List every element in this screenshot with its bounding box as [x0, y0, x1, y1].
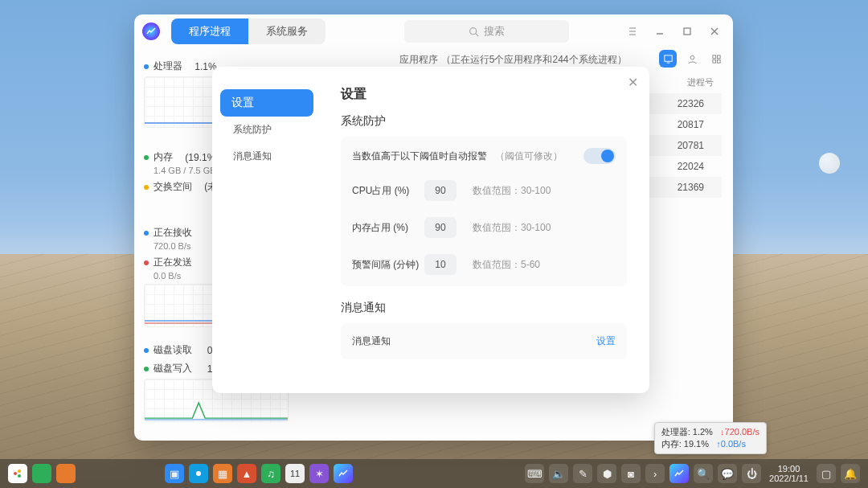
interval-range: 数值范围：5-60 — [473, 258, 540, 272]
taskbar-center-5[interactable]: ♫ — [261, 464, 280, 483]
mem-threshold-label: 内存占用 (%) — [352, 221, 424, 235]
tray-tooltip: 处理器: 1.2% ↓720.0B/s 内存: 19.1% ↑0.0B/s — [654, 422, 767, 454]
svg-point-17 — [18, 470, 21, 473]
notify-card: 消息通知 设置 — [341, 323, 627, 359]
tray-desktop-icon[interactable]: ▢ — [817, 464, 836, 483]
taskbar: ▣ ▦ ▲ ♫ 11 ✶ ⌨ 🔈 ✎ ⬢ ◙ › 🔍 💬 ⏻ 19:00 202… — [0, 459, 868, 488]
taskbar-clock[interactable]: 19:00 2022/1/11 — [766, 464, 812, 483]
search-box[interactable]: 搜索 — [404, 20, 569, 43]
view-user-icon[interactable] — [683, 50, 701, 68]
search-placeholder: 搜索 — [484, 24, 505, 39]
dot-icon — [144, 348, 149, 353]
tab-processes[interactable]: 程序进程 — [171, 18, 248, 44]
view-grid-icon[interactable] — [707, 50, 725, 68]
col-pid[interactable]: 进程号 — [687, 76, 714, 88]
net-tx-label: 正在发送 — [154, 256, 192, 269]
tray-monitor-icon[interactable] — [669, 464, 689, 483]
tray-tool-icon[interactable]: ✎ — [573, 464, 592, 483]
svg-rect-14 — [712, 59, 715, 63]
settings-cat-protection[interactable]: 系统防护 — [220, 117, 313, 143]
dot-icon — [144, 367, 149, 371]
section-notify-heading: 消息通知 — [341, 301, 627, 315]
minimize-button[interactable] — [649, 21, 670, 42]
taskbar-center-4[interactable]: ▲ — [237, 464, 256, 483]
taskbar-app-2[interactable] — [56, 464, 76, 483]
taskbar-center-7[interactable]: ✶ — [309, 464, 329, 483]
svg-point-11 — [690, 55, 694, 59]
tray-expand-icon[interactable]: › — [645, 464, 665, 483]
wallpaper-moon — [819, 153, 840, 174]
interval-label: 预警间隔 (分钟) — [352, 258, 424, 272]
clock-time: 19:00 — [769, 464, 809, 474]
svg-rect-6 — [684, 28, 690, 35]
notify-settings-link[interactable]: 设置 — [596, 334, 616, 348]
tray-camera-icon[interactable]: ◙ — [621, 464, 641, 483]
tray-notify-icon[interactable]: 🔔 — [841, 464, 860, 483]
svg-point-16 — [14, 472, 17, 475]
settings-main: ✕ 设置 系统防护 当数值高于以下阈值时自动报警 （阈值可修改） CPU占用 (… — [321, 67, 649, 393]
taskbar-center-browser[interactable] — [189, 464, 208, 483]
tray-chat-icon[interactable]: 💬 — [718, 464, 737, 483]
svg-rect-13 — [717, 55, 720, 58]
close-button[interactable] — [704, 21, 725, 42]
cpu-threshold-range: 数值范围：30-100 — [473, 184, 551, 198]
svg-point-18 — [18, 474, 21, 478]
launcher-icon[interactable] — [8, 464, 27, 483]
alarm-hint: （阈值可修改） — [495, 150, 563, 163]
settings-title: 设置 — [341, 86, 627, 103]
interval-input[interactable]: 10 — [424, 254, 457, 275]
notify-item-label: 消息通知 — [352, 334, 391, 348]
tray-volume-icon[interactable]: 🔈 — [549, 464, 568, 483]
search-icon — [469, 27, 479, 37]
header-tabs: 程序进程 系统服务 — [171, 18, 326, 44]
protection-card: 当数值高于以下阈值时自动报警 （阈值可修改） CPU占用 (%) 90 数值范围… — [341, 137, 627, 286]
swap-label: 交换空间 — [154, 180, 192, 194]
alarm-label: 当数值高于以下阈值时自动报警 — [352, 150, 487, 163]
taskbar-center-1[interactable]: ▣ — [165, 464, 184, 483]
cpu-threshold-label: CPU占用 (%) — [352, 184, 424, 198]
mem-threshold-input[interactable]: 90 — [424, 217, 457, 238]
tray-search-icon[interactable]: 🔍 — [694, 464, 713, 483]
dot-icon — [144, 155, 149, 160]
view-apps-icon[interactable] — [659, 50, 677, 68]
dot-icon — [144, 260, 149, 265]
close-icon[interactable]: ✕ — [628, 75, 638, 90]
clock-date: 2022/1/11 — [769, 474, 809, 483]
maximize-button[interactable] — [677, 21, 698, 42]
svg-rect-15 — [717, 59, 720, 63]
dot-icon — [144, 64, 149, 69]
svg-rect-12 — [712, 55, 715, 58]
dot-icon — [144, 185, 149, 190]
svg-point-0 — [470, 27, 477, 34]
svg-line-1 — [476, 33, 478, 35]
alarm-toggle[interactable] — [583, 148, 616, 164]
taskbar-center-3[interactable]: ▦ — [213, 464, 232, 483]
cpu-threshold-input[interactable]: 90 — [424, 180, 457, 201]
titlebar: 程序进程 系统服务 搜索 — [134, 14, 733, 48]
menu-button[interactable] — [622, 21, 643, 42]
settings-cat-notify[interactable]: 消息通知 — [220, 143, 313, 170]
cpu-label: 处理器 — [154, 59, 182, 73]
taskbar-app-1[interactable] — [32, 464, 51, 483]
settings-sidebar: 设置 系统防护 消息通知 — [212, 67, 321, 393]
dot-icon — [144, 231, 149, 236]
disk-w-label: 磁盘写入 — [154, 362, 192, 375]
mem-label: 内存 — [154, 150, 173, 164]
settings-category-active[interactable]: 设置 — [220, 89, 313, 117]
disk-r-label: 磁盘读取 — [154, 343, 192, 357]
svg-point-20 — [196, 471, 201, 476]
net-rx-label: 正在接收 — [154, 226, 192, 240]
app-icon — [142, 23, 160, 40]
tray-power-icon[interactable]: ⏻ — [742, 464, 761, 483]
taskbar-center-monitor[interactable] — [334, 464, 353, 483]
svg-rect-9 — [664, 55, 671, 60]
settings-dialog: 设置 系统防护 消息通知 ✕ 设置 系统防护 当数值高于以下阈值时自动报警 （阈… — [212, 67, 649, 393]
tray-keyboard-icon[interactable]: ⌨ — [525, 464, 544, 483]
tray-shield-icon[interactable]: ⬢ — [597, 464, 616, 483]
mem-threshold-range: 数值范围：30-100 — [473, 221, 551, 235]
tab-services[interactable]: 系统服务 — [248, 18, 326, 44]
taskbar-center-calendar[interactable]: 11 — [285, 464, 305, 483]
section-protection-heading: 系统防护 — [341, 114, 627, 129]
